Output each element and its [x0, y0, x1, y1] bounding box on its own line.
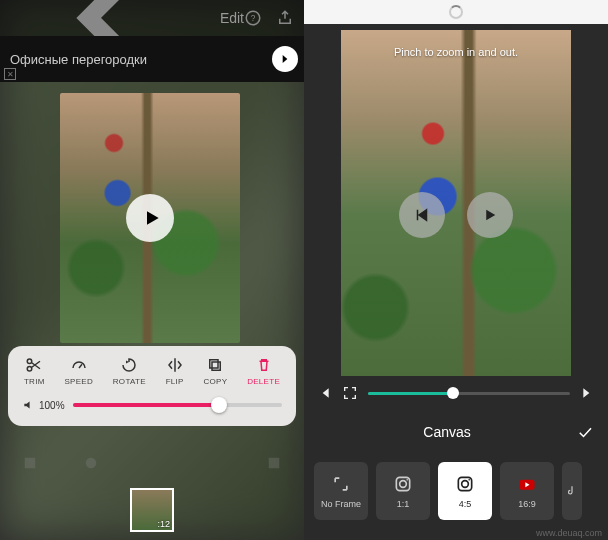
flip-tool[interactable]: FLIP — [166, 356, 184, 386]
video-preview[interactable]: Pinch to zoom in and out. InShot — [341, 30, 571, 400]
svg-point-14 — [468, 479, 470, 481]
volume-slider[interactable] — [73, 403, 282, 407]
aspect-9-16[interactable] — [562, 462, 582, 520]
top-bar: Edit ? — [0, 0, 304, 36]
skip-end-icon[interactable] — [580, 385, 596, 401]
aspect-noframe[interactable]: No Frame — [314, 462, 368, 520]
volume-slider-fill — [73, 403, 220, 407]
timeline-strip[interactable]: :12 — [0, 488, 304, 532]
expand-icon — [331, 474, 351, 494]
section-header: Canvas — [304, 412, 608, 452]
svg-rect-8 — [268, 458, 279, 469]
aspect-4-5[interactable]: 4:5 — [438, 462, 492, 520]
flip-icon — [166, 356, 184, 374]
aspect-16-9[interactable]: 16:9 — [500, 462, 554, 520]
ad-arrow-icon[interactable] — [272, 46, 298, 72]
loading-bar — [304, 0, 608, 24]
svg-rect-5 — [210, 360, 218, 368]
svg-point-13 — [462, 480, 469, 487]
play-icon — [481, 206, 499, 224]
svg-point-10 — [400, 480, 407, 487]
fullscreen-icon[interactable] — [342, 385, 358, 401]
play-button[interactable] — [126, 194, 174, 242]
scissors-icon — [25, 356, 43, 374]
svg-rect-6 — [25, 458, 36, 469]
instagram-icon — [455, 474, 475, 494]
pinch-hint: Pinch to zoom in and out. — [341, 46, 571, 58]
clip-tools-panel: TRIM SPEED ROTATE FLIP COPY DELETE — [8, 346, 296, 426]
volume-row: 100% — [14, 398, 290, 412]
play-button[interactable] — [467, 192, 513, 238]
youtube-icon — [517, 474, 537, 494]
volume-label: 100% — [22, 398, 65, 412]
section-title: Canvas — [318, 424, 576, 440]
speaker-icon — [22, 398, 36, 412]
copy-icon — [206, 356, 224, 374]
svg-text:?: ? — [251, 14, 256, 23]
speed-tool[interactable]: SPEED — [64, 356, 93, 386]
video-preview[interactable] — [60, 93, 240, 343]
help-icon[interactable]: ? — [244, 9, 262, 27]
ad-banner[interactable]: Офисные перегородки ✕ — [0, 36, 304, 82]
left-editor-pane: Edit ? Офисные перегородки ✕ TRIM SPEED — [0, 0, 304, 540]
svg-rect-4 — [212, 362, 220, 370]
preview-area: Pinch to zoom in and out. InShot — [304, 24, 608, 410]
playback-row — [304, 376, 608, 410]
clip-thumbnail[interactable]: :12 — [130, 488, 174, 532]
delete-tool[interactable]: DELETE — [247, 356, 280, 386]
tiktok-icon — [565, 481, 579, 501]
trim-tool[interactable]: TRIM — [24, 356, 45, 386]
gauge-icon — [70, 356, 88, 374]
ad-text: Офисные перегородки — [10, 52, 294, 67]
aspect-1-1[interactable]: 1:1 — [376, 462, 430, 520]
svg-point-2 — [28, 359, 33, 364]
bottom-toolbar-dimmed — [0, 446, 304, 480]
prev-button[interactable] — [399, 192, 445, 238]
scrub-thumb[interactable] — [447, 387, 459, 399]
volume-slider-thumb[interactable] — [211, 397, 227, 413]
play-icon — [142, 208, 162, 228]
skip-start-icon[interactable] — [316, 385, 332, 401]
copy-tool[interactable]: COPY — [204, 356, 228, 386]
aspect-ratio-row[interactable]: No Frame 1:1 4:5 16:9 — [304, 456, 608, 526]
rotate-tool[interactable]: ROTATE — [113, 356, 146, 386]
scrub-bar[interactable] — [368, 392, 570, 395]
instagram-icon — [393, 474, 413, 494]
share-icon[interactable] — [276, 9, 294, 27]
ad-close-icon[interactable]: ✕ — [4, 68, 16, 80]
svg-point-7 — [86, 458, 97, 469]
spinner-icon — [449, 5, 463, 19]
source-url: www.deuaq.com — [536, 528, 602, 538]
trash-icon — [255, 356, 273, 374]
check-icon[interactable] — [576, 423, 594, 441]
svg-point-3 — [28, 367, 33, 372]
right-canvas-pane: Pinch to zoom in and out. InShot Canvas — [304, 0, 608, 540]
skip-prev-icon — [413, 206, 431, 224]
clip-duration: :12 — [157, 519, 170, 529]
screen-title: Edit — [220, 10, 244, 26]
rotate-icon — [120, 356, 138, 374]
svg-point-11 — [406, 479, 408, 481]
scrub-fill — [368, 392, 453, 395]
